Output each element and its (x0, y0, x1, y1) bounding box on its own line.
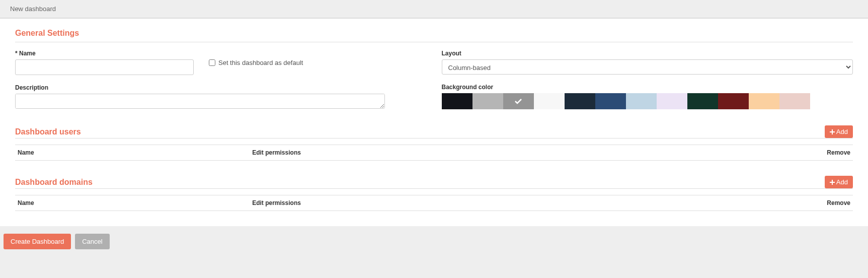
check-icon (515, 98, 522, 105)
footer: Create Dashboard Cancel (0, 226, 868, 257)
divider (15, 42, 853, 42)
description-input[interactable] (15, 94, 385, 109)
bg-color-swatch[interactable] (503, 93, 534, 109)
domains-table: Name Edit permissions Remove (15, 195, 853, 211)
bg-color-swatch[interactable] (472, 93, 503, 109)
set-default-checkbox[interactable] (209, 59, 215, 66)
add-domain-button[interactable]: Add (825, 176, 853, 188)
bg-color-swatch[interactable] (442, 93, 472, 109)
users-col-edit: Edit permissions (250, 145, 813, 161)
bg-color-swatch[interactable] (595, 93, 626, 109)
divider (15, 188, 853, 189)
plus-icon (830, 129, 835, 134)
bg-color-swatch[interactable] (779, 93, 810, 109)
dashboard-users-title: Dashboard users (15, 127, 81, 136)
layout-label: Layout (442, 50, 853, 57)
create-dashboard-button[interactable]: Create Dashboard (4, 234, 71, 249)
section-domains-header: Dashboard domains Add (15, 176, 853, 188)
plus-icon (830, 180, 835, 185)
general-settings-title: General Settings (15, 29, 853, 38)
users-col-remove: Remove (813, 145, 853, 161)
section-users-header: Dashboard users Add (15, 125, 853, 138)
bg-color-swatch[interactable] (565, 93, 595, 109)
bg-color-label: Background color (442, 84, 853, 91)
bg-color-swatch[interactable] (534, 93, 565, 109)
divider (15, 138, 853, 138)
bg-color-swatch[interactable] (749, 93, 779, 109)
cancel-button[interactable]: Cancel (75, 234, 109, 249)
set-default-label: Set this dashboard as default (218, 59, 303, 66)
name-input[interactable] (15, 59, 194, 75)
name-label: * Name (15, 50, 194, 57)
page-title: New dashboard (10, 5, 56, 13)
main-content: General Settings * Name Set this dashboa… (0, 18, 868, 226)
bg-color-swatch[interactable] (626, 93, 657, 109)
page-header: New dashboard (0, 0, 868, 18)
set-default-checkbox-wrap[interactable]: Set this dashboard as default (209, 59, 303, 66)
dashboard-domains-title: Dashboard domains (15, 178, 93, 187)
bg-color-swatches (442, 93, 853, 109)
users-col-name: Name (15, 145, 250, 161)
users-table: Name Edit permissions Remove (15, 145, 853, 161)
bg-color-swatch[interactable] (687, 93, 718, 109)
description-label: Description (15, 84, 427, 91)
domains-col-remove: Remove (813, 195, 853, 211)
section-general: General Settings * Name Set this dashboa… (15, 29, 853, 110)
layout-select[interactable]: Column-based (442, 59, 853, 75)
add-user-button[interactable]: Add (825, 125, 853, 138)
bg-color-swatch[interactable] (718, 93, 749, 109)
bg-color-swatch[interactable] (657, 93, 687, 109)
domains-col-name: Name (15, 195, 250, 211)
domains-col-edit: Edit permissions (250, 195, 813, 211)
